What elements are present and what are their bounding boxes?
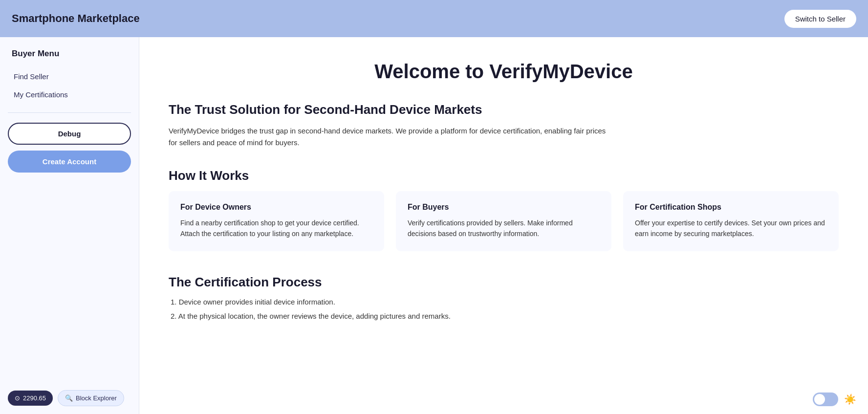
card-buyers-title: For Buyers — [408, 203, 600, 212]
certification-steps-list: 1. Device owner provides initial device … — [169, 298, 839, 320]
block-explorer-label: Block Explorer — [76, 394, 117, 402]
sidebar-buttons: Debug Create Account — [8, 123, 131, 173]
certification-process-section: The Certification Process 1. Device owne… — [169, 275, 839, 320]
main-content: Welcome to VerifyMyDevice The Trust Solu… — [139, 37, 868, 414]
layout: Buyer Menu Find Seller My Certifications… — [0, 37, 868, 414]
sidebar-divider — [8, 112, 131, 113]
card-buyers: For Buyers Verify certifications provide… — [396, 191, 611, 251]
card-device-owners-body: Find a nearby certification shop to get … — [180, 218, 372, 240]
certification-step-2: 2. At the physical location, the owner r… — [169, 312, 839, 320]
certification-step-1: 1. Device owner provides initial device … — [169, 298, 839, 306]
sun-icon: ☀️ — [844, 393, 856, 405]
sidebar-footer: ⊙ 2290.65 🔍 Block Explorer — [8, 382, 131, 406]
header: Smartphone Marketplace Switch to Seller — [0, 0, 868, 37]
debug-button[interactable]: Debug — [8, 123, 131, 145]
card-device-owners-title: For Device Owners — [180, 203, 372, 212]
block-explorer-icon: 🔍 — [65, 394, 73, 402]
bottom-right-controls: ☀️ — [813, 392, 856, 406]
theme-toggle[interactable] — [813, 392, 838, 406]
cards-row: For Device Owners Find a nearby certific… — [169, 191, 839, 251]
card-cert-shops-title: For Certification Shops — [635, 203, 827, 212]
sidebar-nav: Find Seller My Certifications — [8, 68, 131, 103]
trust-section-description: VerifyMyDevice bridges the trust gap in … — [169, 125, 608, 149]
card-cert-shops-body: Offer your expertise to certify devices.… — [635, 218, 827, 240]
certification-process-title: The Certification Process — [169, 275, 839, 290]
how-it-works-title: How It Works — [169, 168, 839, 183]
balance-symbol: ⊙ — [15, 394, 20, 402]
app-title: Smartphone Marketplace — [12, 12, 140, 25]
block-explorer-badge[interactable]: 🔍 Block Explorer — [58, 390, 124, 406]
welcome-title: Welcome to VerifyMyDevice — [169, 61, 839, 83]
card-device-owners: For Device Owners Find a nearby certific… — [169, 191, 384, 251]
switch-to-seller-button[interactable]: Switch to Seller — [784, 10, 856, 28]
card-cert-shops: For Certification Shops Offer your exper… — [623, 191, 839, 251]
sidebar-item-find-seller[interactable]: Find Seller — [8, 68, 131, 85]
trust-section: The Trust Solution for Second-Hand Devic… — [169, 102, 839, 149]
sidebar-item-my-certifications[interactable]: My Certifications — [8, 87, 131, 103]
toggle-knob — [814, 394, 825, 405]
card-buyers-body: Verify certifications provided by seller… — [408, 218, 600, 240]
sidebar: Buyer Menu Find Seller My Certifications… — [0, 37, 139, 414]
sidebar-menu-title: Buyer Menu — [8, 49, 131, 59]
balance-badge[interactable]: ⊙ 2290.65 — [8, 391, 53, 406]
how-it-works-section: How It Works For Device Owners Find a ne… — [169, 168, 839, 251]
balance-value: 2290.65 — [23, 394, 46, 402]
create-account-button[interactable]: Create Account — [8, 151, 131, 173]
trust-section-title: The Trust Solution for Second-Hand Devic… — [169, 102, 839, 117]
